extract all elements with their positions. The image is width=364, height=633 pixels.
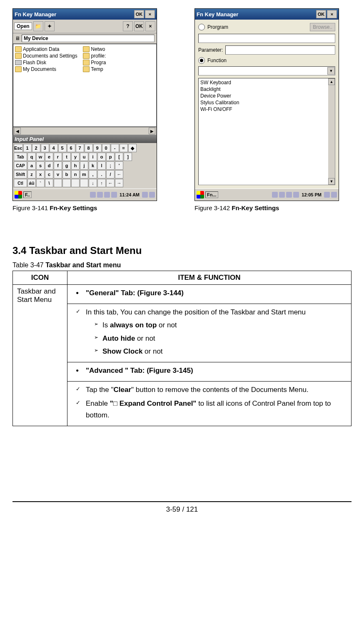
program-input[interactable] (198, 34, 335, 43)
keyboard-key[interactable]: t (62, 153, 71, 161)
list-item[interactable]: Wi-Fi ON/OFF (199, 106, 327, 113)
keyboard-key[interactable]: 7 (76, 144, 84, 152)
close-button[interactable]: × (145, 10, 155, 18)
file-item[interactable]: profile: (82, 53, 150, 59)
keyboard-key[interactable]: áü (27, 179, 36, 187)
keyboard-key[interactable]: ' (115, 161, 123, 170)
keyboard-key[interactable]: w (36, 153, 45, 161)
ok-button[interactable]: OK (134, 10, 144, 18)
keyboard-key[interactable]: v (54, 170, 62, 178)
list-item[interactable]: Backlight (199, 86, 327, 93)
keyboard-key[interactable]: 4 (50, 144, 58, 152)
tray-icon[interactable] (279, 192, 285, 198)
open-dropdown[interactable]: Open (14, 23, 32, 30)
keyboard-key[interactable]: \ (45, 179, 53, 187)
file-list[interactable]: Application Data Netwo Documents and Set… (13, 44, 157, 127)
keyboard-key[interactable]: r (54, 153, 62, 161)
keyboard-key[interactable]: g (62, 161, 71, 170)
keyboard-key[interactable] (80, 179, 88, 187)
location-text[interactable]: My Device (22, 35, 155, 42)
keyboard-key[interactable]: - (111, 144, 119, 152)
battery-icon[interactable] (293, 192, 299, 198)
close-button[interactable]: × (327, 10, 337, 18)
ok-button[interactable]: OK (134, 21, 144, 31)
function-listbox[interactable]: SW Keyboard Backlight Device Power Stylu… (198, 78, 335, 185)
horizontal-scrollbar[interactable]: ◀ ▶ (13, 127, 157, 135)
list-item[interactable]: Stylus Calibration (199, 99, 327, 106)
tray-icon[interactable] (111, 192, 117, 198)
keyboard-key[interactable]: d (45, 161, 53, 170)
keyboard-key[interactable]: ; (106, 161, 115, 170)
sip-icon[interactable] (142, 192, 148, 198)
program-radio[interactable] (198, 24, 205, 30)
keyboard-key[interactable]: h (71, 161, 80, 170)
function-radio[interactable] (198, 57, 205, 64)
close-button[interactable]: × (145, 21, 155, 31)
file-item[interactable]: Application Data (14, 46, 82, 53)
file-item[interactable]: Progra (82, 59, 150, 66)
vertical-scrollbar[interactable]: ▲ ▼ (328, 78, 335, 185)
start-icon[interactable] (15, 191, 22, 198)
keyboard-key[interactable]: [ (115, 153, 123, 161)
chevron-down-icon[interactable]: ▼ (327, 67, 335, 75)
new-folder-icon[interactable]: ✦ (45, 21, 55, 31)
keyboard-key[interactable]: . (97, 170, 106, 178)
keyboard-key[interactable]: , (89, 170, 97, 178)
file-item[interactable]: My Documents (14, 66, 82, 73)
signal-icon[interactable] (97, 192, 103, 198)
keyboard-key[interactable]: ] (124, 153, 132, 161)
keyboard-key[interactable]: ← (106, 179, 115, 187)
keyboard-key[interactable]: m (80, 170, 88, 178)
keyboard-key[interactable]: e (45, 153, 53, 161)
keyboard-key[interactable]: Tab (14, 153, 27, 161)
desktop-icon[interactable] (149, 192, 155, 198)
keyboard-key[interactable]: y (71, 153, 80, 161)
tray-icon[interactable] (104, 192, 110, 198)
file-item[interactable]: Documents and Settings (14, 53, 82, 59)
clock[interactable]: 12:05 PM (300, 192, 323, 197)
keyboard-key[interactable]: u (80, 153, 88, 161)
keyboard-key[interactable]: a (27, 161, 36, 170)
file-item[interactable]: Temp (82, 66, 150, 73)
keyboard-key[interactable]: 3 (41, 144, 49, 152)
keyboard-key[interactable] (54, 179, 62, 187)
tray-icon[interactable] (286, 192, 292, 198)
keyboard-key[interactable]: / (106, 170, 115, 178)
keyboard-key[interactable]: s (36, 161, 45, 170)
keyboard-key[interactable]: 0 (102, 144, 110, 152)
sip-icon[interactable] (324, 192, 330, 198)
keyboard-key[interactable]: → (115, 179, 123, 187)
scroll-up-icon[interactable]: ▲ (328, 78, 335, 85)
keyboard-key[interactable]: l (97, 161, 106, 170)
keyboard-key[interactable]: Esc (14, 144, 23, 152)
keyboard-key[interactable]: 5 (58, 144, 67, 152)
keyboard-key[interactable]: b (62, 170, 71, 178)
keyboard-key[interactable]: p (106, 153, 115, 161)
keyboard-key[interactable]: n (71, 170, 80, 178)
keyboard-key[interactable]: q (27, 153, 36, 161)
up-folder-icon[interactable]: 📁 (33, 21, 43, 31)
keyboard-key[interactable]: x (36, 170, 45, 178)
on-screen-keyboard[interactable]: Esc1234567890-=◆ Tabqwertyuiop[] CAPasdf… (13, 143, 157, 188)
function-dropdown[interactable]: ▼ (198, 66, 335, 75)
keyboard-key[interactable]: ↑ (97, 179, 106, 187)
browse-button[interactable]: Browse.. (310, 23, 335, 31)
start-icon[interactable] (197, 191, 204, 198)
desktop-icon[interactable] (331, 192, 337, 198)
keyboard-key[interactable]: k (89, 161, 97, 170)
scroll-right-icon[interactable]: ▶ (149, 128, 155, 134)
keyboard-key[interactable] (62, 179, 71, 187)
keyboard-key[interactable]: 8 (85, 144, 93, 152)
keyboard-key[interactable]: Ctl (14, 179, 27, 187)
scroll-left-icon[interactable]: ◀ (14, 128, 21, 134)
taskbar-task-button[interactable]: F.. (23, 191, 32, 198)
keyboard-key[interactable]: ← (115, 170, 123, 178)
keyboard-key[interactable]: = (120, 144, 128, 152)
keyboard-key[interactable]: 1 (23, 144, 32, 152)
keyboard-key[interactable]: z (27, 170, 36, 178)
file-item[interactable]: Netwo (82, 46, 150, 53)
keyboard-key[interactable]: 6 (67, 144, 75, 152)
keyboard-key[interactable]: o (97, 153, 106, 161)
tray-icon[interactable] (90, 192, 96, 198)
parameter-input[interactable] (225, 45, 335, 55)
